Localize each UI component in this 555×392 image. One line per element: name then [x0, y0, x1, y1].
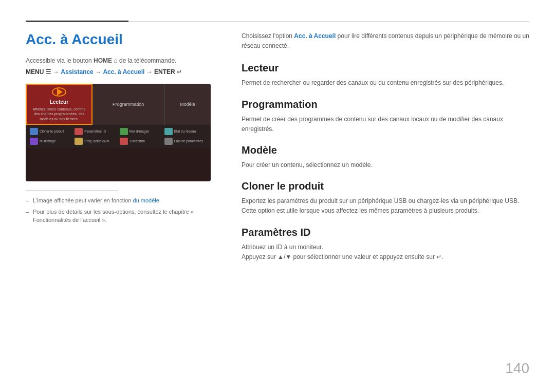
right-column: Choisissez l'option Acc. à Accueil pour …: [242, 31, 529, 371]
menu-acc-accueil: Acc. à Accueil: [103, 68, 144, 76]
section-title-programmation: Programmation: [242, 99, 529, 110]
left-column: Acc. à Accueil Accessible via le bouton …: [26, 31, 221, 371]
footnote-divider: [26, 191, 118, 191]
section-text-cloner: Exportez les paramètres du produit sur u…: [242, 196, 529, 216]
screen-lecteur-desc: Affichez divers contenus, comme des chaî…: [31, 107, 87, 121]
intro-text: Choisissez l'option Acc. à Accueil pour …: [242, 31, 529, 51]
screen-icon-parametres: Paramètres ID: [75, 128, 117, 135]
page-container: Acc. à Accueil Accessible via le bouton …: [0, 0, 555, 392]
subtitle-text: Accessible via le bouton HOME ⌂ de la té…: [26, 57, 221, 64]
menu-path: MENU ☰ → Assistance → Acc. à Accueil → E…: [26, 68, 221, 76]
page-title: Acc. à Accueil: [26, 31, 221, 48]
screen-icon-box-reseau: [164, 128, 173, 135]
section-text-modele: Pour créer un contenu, sélectionnez un m…: [242, 160, 529, 170]
screen-icon-cloner: Cloner le produit: [30, 128, 72, 135]
footnote-link-1: du modèle: [133, 197, 159, 203]
screen-bottom-grid: Cloner le produit Paramètres ID Mur d'im…: [26, 125, 211, 148]
screen-lecteur-panel: Lecteur Affichez divers contenus, comme …: [26, 84, 92, 125]
screen-icon-mur: Mur d'images: [120, 128, 162, 135]
screen-icon-text-telecomm: Télécomm.: [130, 139, 146, 143]
section-text-lecteur: Permet de rechercher ou regarder des can…: [242, 78, 529, 88]
screen-icon-box-cloner: [30, 128, 38, 135]
play-triangle-icon: [57, 88, 63, 96]
top-rules: [26, 21, 529, 22]
screen-icon-text-mur: Mur d'images: [130, 129, 150, 134]
screen-icon-telecomm: Télécomm.: [120, 138, 162, 145]
section-title-lecteur: Lecteur: [242, 62, 529, 74]
screen-programmation-panel: Programmation: [92, 84, 164, 125]
screen-icon-text-parametres: Paramètres ID: [84, 129, 106, 134]
screen-modele-label: Modèle: [180, 102, 195, 107]
section-title-parametres-id: Paramètres ID: [242, 227, 529, 238]
screen-icon-box-multi: [30, 138, 38, 145]
section-text-programmation: Permet de créer des programmes de conten…: [242, 115, 529, 134]
screen-icon-plus: Plus de paramètres: [164, 138, 207, 145]
screen-modele-panel: Modèle: [164, 84, 211, 125]
footnote-2: Pour plus de détails sur les sous-option…: [26, 208, 221, 225]
section-title-cloner: Cloner le produit: [242, 180, 529, 192]
page-number: 140: [505, 360, 529, 377]
screen-icon-text-multi: Multiimage: [40, 139, 55, 143]
section-title-modele: Modèle: [242, 144, 529, 156]
screen-icon-prog: Prog. actuel/suiv.: [75, 138, 117, 145]
top-rule-dark: [26, 21, 128, 22]
screen-icon-text-plus: Plus de paramètres: [174, 139, 203, 143]
screen-icon-reseau: État du réseau: [164, 128, 207, 135]
screen-icon-box-telecomm: [120, 138, 128, 145]
screen-icon-box-mur: [120, 128, 128, 135]
screen-mockup: Lecteur Affichez divers contenus, comme …: [26, 84, 211, 181]
menu-assistance: Assistance: [61, 68, 93, 76]
screen-programmation-label: Programmation: [113, 102, 144, 107]
screen-icon-text-prog: Prog. actuel/suiv.: [84, 139, 109, 143]
screen-icon-text-reseau: État du réseau: [174, 129, 196, 134]
screen-icon-box-plus: [164, 138, 173, 145]
screen-icon-text-cloner: Cloner le produit: [40, 129, 64, 134]
screen-top-bar: Lecteur Affichez divers contenus, comme …: [26, 84, 211, 125]
section-text-parametres-id: Attribuez un ID à un moniteur. Appuyez s…: [242, 242, 529, 262]
screen-icon-box-prog: [75, 138, 83, 145]
screen-icon-box-parametres: [75, 128, 83, 135]
content-columns: Acc. à Accueil Accessible via le bouton …: [26, 31, 529, 371]
screen-icon-multi: Multiimage: [30, 138, 72, 145]
top-rule-light: [128, 21, 529, 22]
intro-highlight: Acc. à Accueil: [294, 32, 336, 40]
play-icon-circle: [52, 87, 66, 97]
footnote-1: L'image affichée peut varier en fonction…: [26, 196, 221, 205]
screen-lecteur-label: Lecteur: [50, 99, 68, 105]
